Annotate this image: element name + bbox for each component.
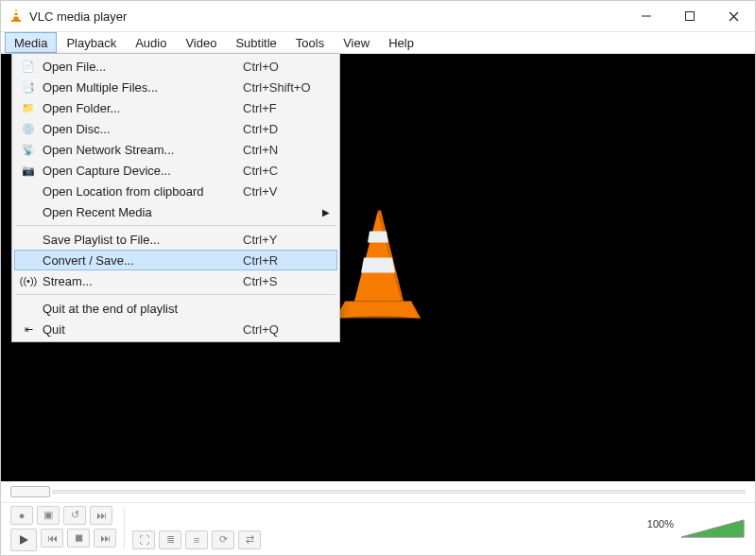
play-button[interactable] [10, 529, 37, 551]
menu-item-shortcut: Ctrl+O [243, 60, 318, 74]
menu-item-label: Open Recent Media [39, 205, 243, 219]
menu-separator [16, 225, 335, 226]
menu-item-label: Open Location from clipboard [39, 184, 243, 199]
playlist-button[interactable]: ≡ [185, 530, 208, 549]
menu-item-label: Open Network Stream... [39, 143, 243, 157]
svg-rect-1 [14, 11, 17, 13]
stream-icon: ((•)) [18, 272, 39, 289]
controls-mid-group: ⛶ ≣ ≡ ⟳ ⇄ [132, 508, 261, 549]
menu-item-shortcut: Ctrl+N [243, 143, 318, 157]
menu-item-label: Open Folder... [39, 101, 243, 115]
menu-item-label: Open Disc... [39, 122, 243, 136]
menu-item[interactable]: 📑Open Multiple Files...Ctrl+Shift+O [14, 77, 337, 97]
menu-item[interactable]: ⇤QuitCtrl+Q [14, 319, 337, 339]
menu-subtitle[interactable]: Subtitle [226, 32, 285, 53]
menu-item-shortcut: Ctrl+Shift+O [243, 80, 318, 95]
menu-help[interactable]: Help [379, 32, 423, 53]
no-icon [18, 231, 39, 248]
menu-item[interactable]: Open Recent Media▶ [14, 201, 337, 222]
vlc-cone-logo [326, 205, 430, 331]
prev-icon: ⏮ [47, 532, 58, 544]
frame-step-icon: ⏭ [96, 510, 107, 521]
menu-item[interactable]: Convert / Save...Ctrl+R [14, 250, 337, 270]
menu-item[interactable]: 📄Open File...Ctrl+O [14, 56, 337, 77]
shuffle-icon: ⇄ [246, 533, 254, 546]
snapshot-button[interactable]: ▣ [37, 506, 60, 525]
no-icon [18, 203, 39, 220]
menu-item[interactable]: 📷Open Capture Device...Ctrl+C [14, 160, 337, 181]
submenu-arrow-icon: ▶ [318, 207, 330, 217]
ext-settings-button[interactable]: ≣ [159, 530, 181, 549]
playlist-icon: ≡ [194, 534, 199, 546]
seek-bar-row [1, 481, 755, 502]
svg-rect-5 [686, 12, 695, 21]
next-button[interactable]: ⏭ [94, 529, 116, 547]
svg-point-10 [335, 317, 421, 324]
menu-item-shortcut: Ctrl+R [243, 253, 318, 268]
record-icon: ● [19, 510, 26, 521]
next-icon: ⏭ [100, 532, 111, 544]
controls-bar: ● ▣ ↺ ⏭ ⏮ ◼ ⏭ ⛶ ≣ ≡ ⟳ ⇄ [1, 502, 755, 555]
menu-video[interactable]: Video [176, 32, 226, 53]
menu-item[interactable]: Quit at the end of playlist [14, 298, 337, 319]
menu-item-label: Open File... [39, 60, 243, 74]
network-icon: 📡 [18, 141, 39, 158]
fullscreen-icon: ⛶ [139, 534, 149, 546]
menu-view[interactable]: View [334, 32, 379, 53]
menu-item-shortcut: Ctrl+D [243, 122, 318, 136]
title-bar: VLC media player [1, 1, 755, 31]
menu-item[interactable]: 💿Open Disc...Ctrl+D [14, 118, 337, 139]
svg-marker-8 [354, 211, 402, 302]
prev-button[interactable]: ⏮ [41, 529, 63, 547]
disc-icon: 💿 [18, 120, 39, 137]
menu-item-shortcut: Ctrl+S [243, 274, 318, 288]
stop-button[interactable]: ◼ [67, 529, 90, 547]
minimize-button[interactable] [625, 1, 668, 31]
menu-item[interactable]: Open Location from clipboardCtrl+V [14, 181, 337, 201]
menu-media[interactable]: Media [5, 32, 57, 53]
atob-loop-button[interactable]: ↺ [63, 506, 86, 525]
menu-item-label: Open Capture Device... [39, 164, 243, 178]
menu-item-label: Convert / Save... [39, 253, 243, 268]
menu-item-shortcut: Ctrl+V [243, 184, 318, 199]
quit-icon: ⇤ [18, 321, 39, 338]
volume-group: 100% [647, 516, 746, 541]
loop-button[interactable]: ⟳ [212, 530, 234, 549]
play-icon [18, 534, 29, 546]
svg-rect-3 [11, 20, 21, 22]
files-icon: 📑 [18, 78, 39, 96]
menu-item-shortcut: Ctrl+Y [243, 233, 318, 247]
file-icon: 📄 [18, 58, 39, 75]
vlc-cone-icon [9, 8, 24, 26]
menu-item[interactable]: ((•))Stream...Ctrl+S [14, 270, 337, 291]
capture-icon: 📷 [18, 162, 39, 179]
svg-marker-0 [13, 9, 19, 20]
seek-track[interactable] [52, 490, 746, 494]
fullscreen-button[interactable]: ⛶ [132, 530, 155, 549]
camera-icon: ▣ [43, 509, 53, 521]
maximize-button[interactable] [668, 1, 712, 31]
seek-handle[interactable] [10, 486, 50, 497]
window-title: VLC media player [29, 9, 127, 24]
svg-marker-11 [20, 535, 28, 545]
frame-step-button[interactable]: ⏭ [90, 506, 112, 525]
separator [124, 509, 125, 548]
volume-slider[interactable] [679, 516, 746, 541]
shuffle-button[interactable]: ⇄ [238, 530, 261, 549]
svg-rect-2 [14, 15, 19, 17]
menu-item-shortcut: Ctrl+C [243, 164, 318, 178]
menu-item-shortcut: Ctrl+F [243, 101, 318, 115]
close-button[interactable] [712, 1, 755, 31]
menu-playback[interactable]: Playback [57, 32, 126, 53]
loop-ab-icon: ↺ [71, 509, 79, 521]
menu-item[interactable]: 📁Open Folder...Ctrl+F [14, 97, 337, 118]
no-icon [18, 252, 39, 269]
menu-tools[interactable]: Tools [286, 32, 334, 53]
menu-item-label: Quit [39, 322, 243, 337]
record-button[interactable]: ● [10, 506, 33, 525]
volume-percent: 100% [647, 518, 674, 530]
menu-item[interactable]: 📡Open Network Stream...Ctrl+N [14, 139, 337, 160]
menu-audio[interactable]: Audio [126, 32, 176, 53]
menu-item[interactable]: Save Playlist to File...Ctrl+Y [14, 229, 337, 250]
app-window: VLC media player Media Playback Audio Vi… [0, 0, 756, 556]
